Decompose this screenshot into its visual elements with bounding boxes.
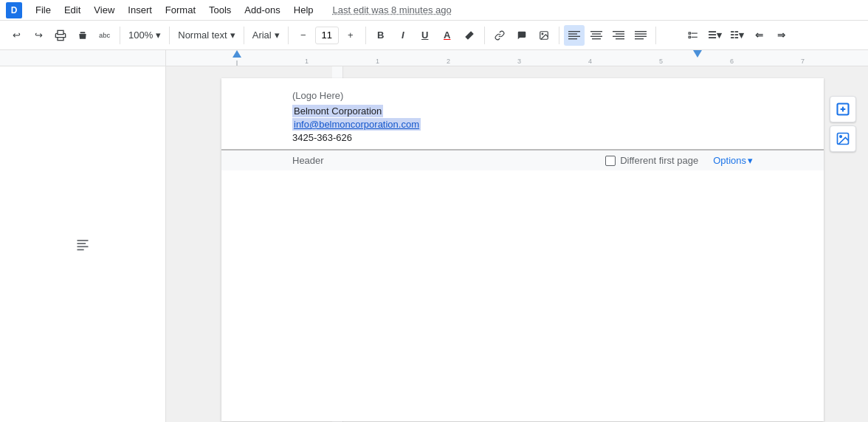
menu-tools[interactable]: Tools (203, 2, 237, 18)
company-name: Belmont Corporation (292, 105, 383, 117)
svg-point-44 (840, 136, 842, 138)
font-dropdown-icon: ▾ (275, 30, 280, 41)
menu-view[interactable]: View (88, 2, 120, 18)
svg-rect-12 (592, 38, 601, 39)
options-label: Options (713, 155, 746, 166)
page-header-content[interactable]: (Logo Here) Belmont Corporation info@bel… (221, 78, 824, 150)
align-center-button[interactable] (586, 25, 607, 46)
svg-rect-38 (78, 246, 89, 248)
align-right-button[interactable] (608, 25, 629, 46)
menu-edit[interactable]: Edit (58, 2, 86, 18)
document-page: (Logo Here) Belmont Corporation info@bel… (221, 78, 824, 421)
svg-rect-6 (568, 33, 577, 34)
header-label: Header (292, 155, 324, 166)
undo-button[interactable]: ↩ (6, 25, 27, 46)
text-color-button[interactable]: A (437, 25, 458, 46)
svg-rect-36 (78, 240, 89, 241)
checklist-button[interactable] (683, 25, 703, 46)
font-value: Arial (252, 30, 272, 41)
toolbar: ↩ ↪ abc 100% ▾ Normal text ▾ Arial ▾ − +… (0, 21, 868, 50)
svg-rect-39 (78, 249, 84, 251)
font-selector[interactable]: Arial ▾ (249, 25, 283, 46)
divider-6 (484, 27, 485, 44)
app-logo: D (6, 2, 22, 18)
phone-number: 3425-363-626 (292, 132, 753, 143)
italic-button[interactable]: I (393, 25, 413, 46)
zoom-dropdown-icon: ▾ (156, 30, 161, 41)
image-float-button[interactable] (830, 125, 856, 152)
diff-first-page-checkbox[interactable] (605, 156, 616, 166)
menu-help[interactable]: Help (288, 2, 320, 18)
print-button[interactable] (50, 25, 71, 46)
zoom-value: 100% (128, 30, 153, 41)
divider-5 (365, 27, 366, 44)
svg-rect-11 (590, 35, 602, 36)
comment-button[interactable] (512, 25, 532, 46)
menu-file[interactable]: File (30, 2, 57, 18)
align-justify-button[interactable] (630, 25, 651, 46)
line-spacing-button[interactable] (661, 25, 681, 46)
last-edit-label: Last edit was 8 minutes ago (333, 4, 452, 15)
bold-button[interactable]: B (371, 25, 391, 46)
menu-insert[interactable]: Insert (122, 2, 158, 18)
email-link: info@belmoncorporation.com (292, 118, 421, 131)
svg-rect-19 (635, 35, 647, 36)
ruler: 1 1 2 3 4 5 6 7 (0, 50, 868, 66)
svg-text:1: 1 (305, 58, 309, 65)
svg-rect-17 (635, 31, 647, 32)
diff-first-page-label: Different first page (620, 155, 698, 166)
zoom-selector[interactable]: 100% ▾ (125, 25, 165, 46)
svg-rect-21 (689, 32, 690, 33)
align-left-button[interactable] (564, 25, 585, 46)
svg-text:abc: abc (99, 31, 110, 38)
header-label-bar: Header Different first page Options ▾ (221, 150, 824, 170)
indent-decrease-button[interactable]: ⇐ (749, 25, 770, 46)
svg-marker-34 (232, 50, 241, 58)
font-size-control: − + (293, 25, 361, 46)
text-style-selector[interactable]: Normal text ▾ (174, 25, 238, 46)
add-float-button[interactable] (830, 96, 856, 122)
font-size-increase-button[interactable]: + (340, 25, 361, 46)
svg-text:5: 5 (659, 58, 663, 65)
redo-button[interactable]: ↪ (28, 25, 49, 46)
menu-bar: D File Edit View Insert Format Tools Add… (0, 0, 868, 21)
image-button[interactable] (534, 25, 554, 46)
logo-placeholder: (Logo Here) (292, 90, 753, 101)
page-body (221, 170, 824, 421)
svg-rect-10 (592, 33, 601, 34)
underline-button[interactable]: U (415, 25, 435, 46)
outline-icon (71, 232, 94, 256)
divider-3 (244, 27, 244, 44)
options-arrow-icon: ▾ (748, 155, 753, 166)
svg-rect-14 (616, 33, 624, 34)
svg-text:6: 6 (730, 58, 734, 65)
style-dropdown-icon: ▾ (230, 30, 235, 41)
svg-rect-16 (616, 38, 624, 39)
svg-rect-18 (635, 33, 647, 34)
divider-7 (559, 27, 559, 44)
highlight-button[interactable] (459, 25, 480, 46)
svg-rect-13 (613, 31, 624, 32)
options-button[interactable]: Options ▾ (713, 155, 753, 166)
svg-rect-9 (590, 31, 602, 32)
svg-rect-0 (58, 37, 63, 40)
numbered-list-button[interactable]: ☷▾ (727, 25, 748, 46)
font-size-input[interactable] (315, 27, 339, 44)
svg-rect-20 (635, 38, 644, 39)
indent-increase-button[interactable]: ⇒ (771, 25, 792, 46)
ruler-track: 1 1 2 3 4 5 6 7 (166, 50, 868, 66)
divider-4 (288, 27, 289, 44)
link-button[interactable] (489, 25, 510, 46)
bullet-list-button[interactable]: ☰▾ (705, 25, 726, 46)
page-wrapper: (Logo Here) Belmont Corporation info@bel… (221, 78, 824, 410)
menu-format[interactable]: Format (159, 2, 202, 18)
svg-rect-8 (568, 38, 577, 39)
svg-text:3: 3 (517, 58, 521, 65)
paint-format-button[interactable] (72, 25, 93, 46)
font-size-decrease-button[interactable]: − (293, 25, 314, 46)
svg-marker-35 (693, 50, 702, 58)
menu-add-ons[interactable]: Add-ons (238, 2, 286, 18)
svg-point-4 (542, 33, 543, 35)
main-layout: 1 2 3 (Logo Here) Belmont Corporation in… (0, 66, 868, 422)
spellcheck-button[interactable]: abc (94, 25, 115, 46)
